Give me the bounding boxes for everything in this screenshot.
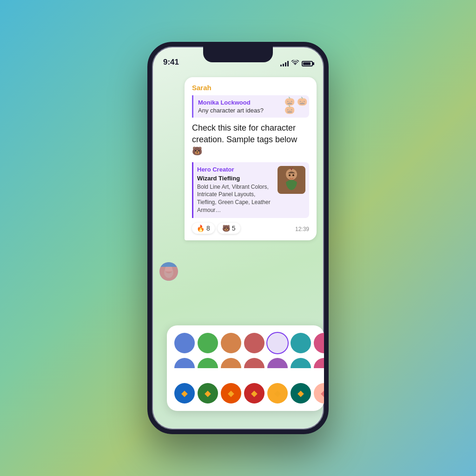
signal-icon — [280, 61, 289, 66]
fire-count: 8 — [206, 225, 210, 232]
message-bubble: Sarah Monika Lockwood Any character art … — [185, 77, 317, 240]
link-site-name: Hero Creator — [197, 166, 273, 173]
status-time: 9:41 — [163, 58, 179, 67]
fire-emoji: 🔥 — [197, 225, 205, 232]
message-container: Sarah Monika Lockwood Any character art … — [159, 77, 317, 240]
wifi-icon — [291, 60, 299, 67]
color-grid: ◆ ◆ ◆ ◆ ◆ ◆ — [174, 333, 317, 403]
split-red[interactable] — [244, 358, 264, 378]
icon-orange[interactable]: ◆ — [221, 383, 241, 403]
color-blue[interactable] — [174, 333, 195, 353]
pumpkin-decoration: 🎃 🎃🎃 — [283, 95, 309, 116]
link-preview-content: Hero Creator Wizard Tiefling Bold Line A… — [197, 166, 273, 214]
color-green[interactable] — [198, 333, 218, 353]
icon-blue[interactable]: ◆ — [174, 383, 195, 403]
message-text: Check this site for character creation. … — [192, 122, 309, 158]
sender-name: Sarah — [192, 84, 309, 92]
color-row-3: ◆ ◆ ◆ ◆ ◆ ◆ — [174, 383, 317, 403]
reaction-fire[interactable]: 🔥 8 — [192, 223, 215, 234]
split-blue[interactable] — [174, 358, 195, 378]
color-picker-panel: ◆ ◆ ◆ ◆ ◆ ◆ — [167, 325, 324, 411]
split-orange[interactable] — [221, 358, 241, 378]
phone-frame: 9:41 — [147, 42, 329, 434]
phone-content: Sarah Monika Lockwood Any character art … — [152, 70, 324, 430]
color-purple-selected[interactable] — [267, 333, 288, 353]
split-purple[interactable] — [267, 358, 288, 378]
diamond-icon-2: ◆ — [205, 388, 211, 398]
diamond-icon-6: ◆ — [298, 388, 304, 398]
icon-teal[interactable]: ◆ — [291, 383, 311, 403]
bear-count: 5 — [232, 225, 236, 232]
notch — [203, 46, 273, 62]
svg-point-6 — [289, 174, 291, 176]
link-description: Bold Line Art, Vibrant Colors, Intricate… — [197, 183, 273, 214]
bear-emoji: 🐻 — [222, 225, 230, 232]
icon-yellow[interactable]: ◆ — [267, 383, 288, 403]
avatar — [159, 262, 178, 281]
message-time: 12:39 — [295, 224, 309, 232]
split-teal[interactable] — [291, 358, 311, 378]
diamond-icon-3: ◆ — [228, 388, 234, 398]
battery-icon — [302, 61, 313, 66]
diamond-icon: ◆ — [181, 388, 188, 398]
color-row-1 — [174, 333, 317, 353]
svg-point-7 — [292, 174, 294, 176]
split-green[interactable] — [198, 358, 218, 378]
color-pink[interactable] — [314, 333, 329, 353]
avatar-image — [159, 262, 178, 281]
link-preview[interactable]: Hero Creator Wizard Tiefling Bold Line A… — [192, 162, 309, 218]
quote-block: Monika Lockwood Any character art ideas?… — [192, 95, 309, 118]
link-article-title: Wizard Tiefling — [197, 175, 273, 182]
svg-rect-3 — [159, 262, 178, 267]
color-orange[interactable] — [221, 333, 241, 353]
color-row-2 — [174, 358, 317, 378]
split-pink[interactable] — [314, 358, 329, 378]
diamond-icon-7: ◆ — [321, 388, 327, 398]
diamond-icon-4: ◆ — [251, 388, 258, 398]
icon-green[interactable]: ◆ — [198, 383, 218, 403]
diamond-icon-5: ◆ — [274, 388, 281, 398]
reaction-bear[interactable]: 🐻 5 — [218, 223, 240, 234]
color-red[interactable] — [244, 333, 264, 353]
link-preview-image — [278, 166, 305, 194]
color-teal[interactable] — [291, 333, 311, 353]
icon-peach[interactable]: ◆ — [314, 383, 329, 403]
icon-red[interactable]: ◆ — [244, 383, 264, 403]
status-icons — [280, 60, 313, 67]
